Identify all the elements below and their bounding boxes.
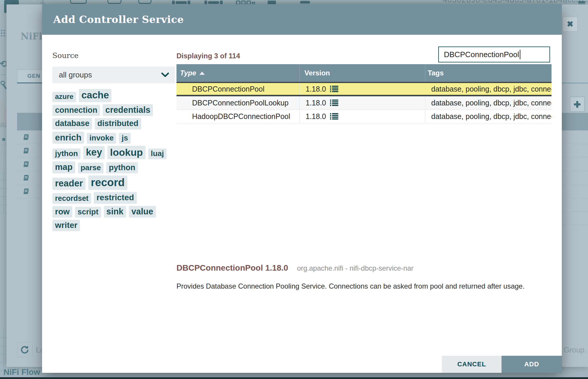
remote-process-group-icon (204, 1, 223, 4)
tools-icon (1, 81, 5, 85)
selected-service-title: DBCPConnectionPool 1.18.0 (176, 263, 288, 273)
book-icon (17, 148, 30, 154)
version-list-icon[interactable] (330, 86, 338, 92)
table-row-DBCPConnectionPoolLookup[interactable]: DBCPConnectionPoolLookup1.18.0database, … (176, 96, 552, 110)
tag-pill-python[interactable]: python (106, 162, 138, 173)
search-input[interactable]: DBCPConnectionPool (438, 47, 550, 62)
template-icon (0, 133, 6, 146)
displaying-count: Displaying 3 of 114 (176, 52, 240, 60)
cell-tags: database, pooling, dbcp, jdbc, connec… (425, 96, 552, 110)
refresh-icon[interactable] (17, 342, 32, 357)
tag-pill-invoke[interactable]: invoke (87, 133, 116, 144)
tag-pill-key[interactable]: key (83, 146, 105, 159)
tag-pill-parse[interactable]: parse (78, 163, 104, 173)
font-label: aa (0, 120, 6, 129)
selected-service-description: Provides Database Connection Pooling Ser… (176, 282, 524, 290)
search-value: DBCPConnectionPool (444, 50, 519, 59)
cancel-button[interactable]: CANCEL (442, 356, 502, 373)
selected-service-bundle: org.apache.nifi - nifi-dbcp-service-nar (297, 264, 414, 272)
cell-tags: database, pooling, dbcp, jdbc, connec… (425, 83, 552, 95)
cell-version: 1.18.0 (299, 110, 425, 123)
tag-pill-distributed[interactable]: distributed (95, 118, 141, 129)
service-table-body: DBCPConnectionPool1.18.0database, poolin… (176, 82, 552, 123)
tag-pill-recordset[interactable]: recordset (52, 193, 91, 204)
table-row-HadoopDBCPConnectionPool[interactable]: HadoopDBCPConnectionPool1.18.0database, … (176, 110, 552, 123)
tag-pill-jython[interactable]: jython (52, 148, 81, 159)
book-icon (17, 175, 30, 181)
tag-pill-cache[interactable]: cache (79, 89, 112, 102)
add-controller-service-dialog: Add Controller Service Source all groups… (42, 4, 562, 373)
component-uuid: 40502690-ed45-4d05-a701-1b4acc575a55 (443, 0, 588, 4)
processor-icon (70, 0, 87, 4)
breadcrumb[interactable]: NiFi Flow (4, 368, 40, 377)
version-list-icon[interactable] (330, 113, 338, 120)
background-service-row (562, 185, 588, 198)
menu-icon (578, 4, 585, 4)
column-header-version[interactable]: Version (299, 64, 425, 82)
version-list-icon[interactable] (330, 100, 338, 106)
close-icon[interactable]: ✖ (563, 17, 577, 32)
tag-pill-lookup[interactable]: lookup (107, 146, 145, 159)
dialog-header: Add Controller Service (42, 4, 562, 35)
nifi-logo-flag (39, 0, 46, 4)
tag-pill-database[interactable]: database (52, 118, 92, 129)
input-port-icon (107, 0, 121, 4)
cell-tags: database, pooling, dbcp, jdbc, connec… (425, 110, 552, 123)
label-icon (300, 1, 310, 4)
table-row-DBCPConnectionPool[interactable]: DBCPConnectionPool1.18.0database, poolin… (176, 82, 552, 96)
divider (1, 74, 6, 75)
book-icon (17, 188, 30, 194)
rotate-icon: ⟲ (0, 58, 6, 69)
background-service-row (562, 144, 588, 158)
grid-dots-icon (1, 30, 6, 38)
services-table-header-background (562, 113, 588, 130)
menu-icon (578, 1, 585, 3)
tag-pill-js[interactable]: js (119, 133, 131, 144)
text-caret (520, 50, 520, 59)
canvas-left-strip: ⟲ aa (0, 0, 6, 379)
tag-pill-luaj[interactable]: luaj (148, 148, 167, 159)
tabbar-border (562, 83, 588, 83)
tag-pill-writer[interactable]: writer (52, 220, 80, 231)
tag-pill-credentials[interactable]: credentials (103, 104, 153, 116)
cell-version: 1.18.0 (299, 96, 425, 110)
background-service-row (562, 158, 588, 171)
tag-pill-value[interactable]: value (129, 206, 156, 218)
tag-pill-row[interactable]: row (52, 206, 72, 218)
column-header-type[interactable]: Type (176, 64, 299, 82)
bottom-edge (0, 377, 588, 379)
background-service-row (562, 212, 588, 225)
background-service-row (562, 171, 588, 185)
background-service-row (562, 198, 588, 212)
background-service-row (562, 130, 588, 144)
dialog-body: Source all groups azurecacheconnectioncr… (42, 35, 562, 373)
canvas-toolbar: 40502690-ed45-4d05-a701-1b4acc575a55 (0, 0, 588, 4)
screen: ⟲ aa 40502690-ed45-4d05-a701-1b4acc575a5… (0, 0, 588, 379)
source-select[interactable]: all groups (52, 67, 175, 83)
book-icon (17, 161, 30, 167)
column-header-tags[interactable]: Tags (425, 64, 552, 82)
tag-pill-sink[interactable]: sink (104, 206, 126, 218)
process-group-icon (172, 1, 190, 4)
tag-pill-map[interactable]: map (52, 161, 75, 173)
sort-asc-icon (199, 72, 205, 75)
tag-pill-connection[interactable]: connection (52, 105, 100, 116)
tag-cloud: azurecacheconnectioncredentialsdatabased… (52, 89, 176, 233)
cell-type: HadoopDBCPConnectionPool (176, 110, 299, 123)
source-selected-value: all groups (59, 70, 92, 80)
dialog-title: Add Controller Service (53, 14, 184, 25)
template-toolbar-icon (268, 1, 276, 4)
tag-pill-script[interactable]: script (75, 207, 101, 218)
tag-pill-restricted[interactable]: restricted (94, 192, 137, 203)
tag-pill-record[interactable]: record (88, 176, 127, 190)
service-type-table: Type Version Tags DBCPConnectionPool1.18… (176, 64, 552, 123)
services-table-rows (562, 130, 588, 225)
tag-pill-azure[interactable]: azure (52, 92, 76, 102)
add-button[interactable]: ADD (502, 356, 562, 373)
add-service-icon[interactable] (570, 97, 585, 112)
tag-pill-reader[interactable]: reader (52, 178, 86, 190)
table-header: Type Version Tags (176, 64, 552, 82)
canvas-grid (0, 172, 6, 214)
funnel-icon (236, 1, 255, 4)
tag-pill-enrich[interactable]: enrich (52, 132, 84, 144)
